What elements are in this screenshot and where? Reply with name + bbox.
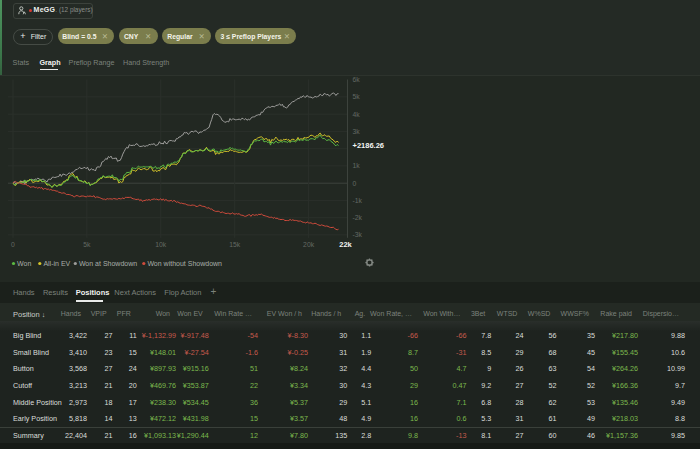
svg-text:22k: 22k (339, 240, 352, 249)
svg-text:20k: 20k (303, 241, 315, 248)
svg-text:1k: 1k (353, 162, 361, 169)
svg-text:10k: 10k (155, 241, 167, 248)
svg-text:Won at Showdown: Won at Showdown (79, 260, 137, 267)
svg-text:-3k: -3k (353, 231, 363, 238)
svg-text:0: 0 (11, 241, 15, 248)
svg-text:Won without Showdown: Won without Showdown (147, 260, 222, 267)
svg-text:4k: 4k (353, 111, 361, 118)
svg-text:6k: 6k (353, 76, 361, 83)
svg-text:All-in EV: All-in EV (43, 260, 70, 267)
svg-text:-2k: -2k (353, 214, 363, 221)
svg-text:-1k: -1k (353, 197, 363, 204)
svg-text:Won: Won (17, 260, 31, 267)
svg-text:15k: 15k (229, 241, 241, 248)
svg-text:+2186.26: +2186.26 (353, 141, 385, 150)
svg-text:5k: 5k (353, 93, 361, 100)
svg-text:0: 0 (353, 180, 357, 187)
svg-text:5k: 5k (83, 241, 91, 248)
svg-text:3k: 3k (353, 128, 361, 135)
